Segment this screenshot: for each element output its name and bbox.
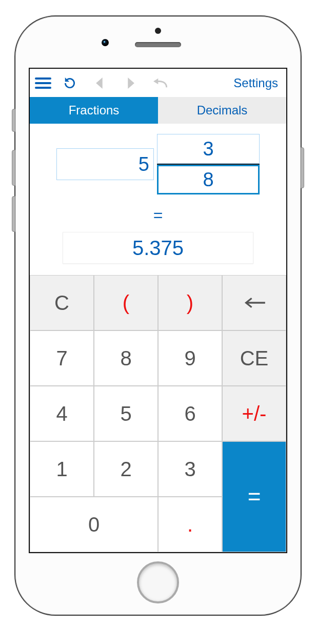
- app-screen: Settings Fractions Decimals 5 3 8 = 5.37…: [29, 68, 287, 553]
- key-plus-minus[interactable]: +/-: [222, 386, 286, 441]
- whole-number-input[interactable]: 5: [56, 148, 154, 180]
- key-right-paren[interactable]: ): [158, 275, 222, 330]
- key-clear-entry[interactable]: CE: [222, 330, 286, 386]
- key-1[interactable]: 1: [30, 441, 94, 497]
- volume-up-button: [12, 150, 15, 186]
- next-button[interactable]: [116, 73, 144, 93]
- phone-frame: Settings Fractions Decimals 5 3 8 = 5.37…: [14, 15, 302, 616]
- key-equals[interactable]: =: [222, 441, 286, 552]
- key-clear[interactable]: C: [30, 275, 94, 330]
- key-9[interactable]: 9: [158, 330, 222, 386]
- menu-button[interactable]: [33, 73, 53, 93]
- earpiece-speaker: [135, 42, 181, 47]
- undo-button[interactable]: [146, 73, 174, 93]
- proximity-sensor: [155, 28, 161, 34]
- settings-link[interactable]: Settings: [228, 76, 283, 90]
- refresh-button[interactable]: [55, 73, 84, 93]
- key-8[interactable]: 8: [94, 330, 158, 386]
- refresh-icon: [63, 76, 76, 90]
- undo-icon: [153, 77, 168, 89]
- volume-down-button: [12, 196, 15, 232]
- key-7[interactable]: 7: [30, 330, 94, 386]
- key-decimal[interactable]: .: [158, 497, 222, 552]
- power-button: [301, 147, 304, 188]
- chevron-left-icon: [95, 77, 105, 89]
- key-5[interactable]: 5: [94, 386, 158, 441]
- key-4[interactable]: 4: [30, 386, 94, 441]
- tab-fractions[interactable]: Fractions: [30, 97, 158, 124]
- fraction-column: 3 8: [157, 134, 260, 194]
- denominator-input[interactable]: 8: [157, 165, 260, 194]
- display-area: 5 3 8 = 5.375: [30, 124, 286, 275]
- key-6[interactable]: 6: [158, 386, 222, 441]
- equals-label: =: [39, 206, 277, 225]
- result-output: 5.375: [63, 232, 253, 264]
- tab-decimals[interactable]: Decimals: [158, 97, 286, 124]
- mode-tabs: Fractions Decimals: [30, 97, 286, 124]
- previous-button[interactable]: [86, 73, 114, 93]
- key-left-paren[interactable]: (: [94, 275, 158, 330]
- backspace-arrow-icon: [243, 296, 266, 309]
- front-camera: [102, 39, 109, 46]
- key-2[interactable]: 2: [94, 441, 158, 497]
- numerator-input[interactable]: 3: [157, 134, 260, 164]
- key-3[interactable]: 3: [158, 441, 222, 497]
- toolbar: Settings: [30, 69, 286, 97]
- key-0[interactable]: 0: [30, 497, 158, 552]
- mute-switch: [12, 109, 15, 132]
- home-button[interactable]: [137, 561, 179, 603]
- fraction-input-row: 5 3 8: [39, 134, 277, 194]
- chevron-right-icon: [126, 77, 135, 89]
- keypad: C ( ) 7 8 9 CE 4 5 6 +/- 1 2 3 = 0 .: [30, 275, 286, 552]
- key-backspace[interactable]: [222, 275, 286, 330]
